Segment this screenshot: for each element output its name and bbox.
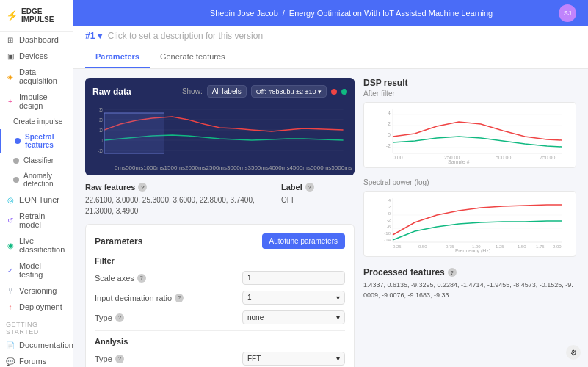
svg-text:-2: -2 bbox=[387, 218, 391, 222]
content-area: Raw data Show: All labels Off: #8b3ubu ±… bbox=[73, 69, 588, 367]
settings-gear-icon[interactable]: ⚙ bbox=[566, 345, 581, 360]
svg-text:0: 0 bbox=[388, 211, 391, 216]
scale-axes-input[interactable] bbox=[242, 271, 345, 285]
sidebar-item-versioning[interactable]: ⑂ Versioning bbox=[0, 283, 73, 299]
after-filter-svg: Value 4 2 0 -2 0.00 250.00 500.00 750.00 bbox=[367, 106, 573, 164]
label-value: OFF bbox=[281, 195, 355, 206]
svg-text:-10: -10 bbox=[384, 231, 391, 236]
sidebar-item-eon-tuner[interactable]: ◎ EON Tuner bbox=[0, 192, 73, 208]
all-labels-select[interactable]: All labels bbox=[207, 85, 247, 98]
x-label-4000ms: 4000ms bbox=[269, 164, 289, 171]
deployment-icon: ↑ bbox=[6, 302, 15, 311]
svg-text:0.50: 0.50 bbox=[418, 244, 427, 249]
version-description[interactable]: Click to set a description for this vers… bbox=[108, 31, 263, 41]
svg-text:10: 10 bbox=[99, 128, 102, 133]
processed-features-title: Processed features ? bbox=[363, 267, 576, 277]
sidebar-item-model-testing[interactable]: ✓ Model testing bbox=[0, 258, 73, 283]
input-decimation-select[interactable]: 1 ▾ bbox=[242, 291, 345, 305]
type-analysis-row: Type ? FFT ▾ bbox=[95, 352, 345, 366]
after-filter-chart: Value 4 2 0 -2 0.00 250.00 500.00 750.00 bbox=[363, 102, 576, 168]
topbar: Shebin Jose Jacob / Energy Optimization … bbox=[73, 0, 588, 26]
sidebar-item-data-acquisition[interactable]: ◈ Data acquisition bbox=[0, 64, 73, 89]
sidebar-item-docs[interactable]: 📄 Documentation bbox=[0, 337, 73, 353]
analysis-section-title: Analysis bbox=[95, 337, 345, 346]
chevron-down-icon-2: ▾ bbox=[336, 313, 340, 321]
raw-features-row: Raw features ? 22.6100, 3.0000, 25.3000,… bbox=[85, 183, 355, 217]
chevron-down-icon: ▾ bbox=[336, 294, 340, 302]
tabs: Parameters Generate features bbox=[73, 46, 588, 69]
docs-icon: 📄 bbox=[6, 341, 15, 349]
svg-text:-14: -14 bbox=[384, 238, 391, 242]
sidebar-item-create-impulse[interactable]: Create impulse bbox=[0, 114, 73, 129]
filter-section-title: Filter bbox=[95, 256, 345, 265]
type-filter-select[interactable]: none ▾ bbox=[242, 310, 345, 324]
processed-features-section: Processed features ? 1.4337, 0.6135, -9.… bbox=[363, 267, 576, 300]
sidebar-item-devices[interactable]: ▣ Devices bbox=[0, 48, 73, 64]
retrain-icon: ↺ bbox=[6, 216, 15, 225]
svg-text:1.75: 1.75 bbox=[536, 244, 545, 249]
filter-select[interactable]: Off: #8b3ubu ±2 ±10 ▾ bbox=[251, 85, 327, 98]
eon-icon: ◎ bbox=[6, 195, 15, 204]
tab-parameters[interactable]: Parameters bbox=[85, 46, 150, 68]
processed-features-value: 1.4337, 0.6135, -9.3295, 0.2284, -1.4714… bbox=[363, 280, 576, 300]
main-content: Shebin Jose Jacob / Energy Optimization … bbox=[73, 0, 588, 367]
spectral-power-section: Spectral power (log) Energy 4 2 0 -2 -6 … bbox=[363, 178, 576, 257]
type-analysis-select[interactable]: FFT ▾ bbox=[242, 352, 345, 366]
raw-features-box: Raw features ? 22.6100, 3.0000, 25.3000,… bbox=[85, 183, 272, 217]
spectral-svg: Energy 4 2 0 -2 -6 -10 -14 0.25 0.50 bbox=[367, 195, 573, 253]
processed-info-icon[interactable]: ? bbox=[448, 268, 457, 277]
x-label-500ms: 500ms bbox=[126, 164, 143, 171]
sidebar-item-live-classification[interactable]: ◉ Live classification bbox=[0, 233, 73, 258]
raw-features-info-icon[interactable]: ? bbox=[138, 183, 147, 192]
version-label[interactable]: #1 ▾ bbox=[85, 31, 102, 41]
dsp-result-title: DSP result bbox=[363, 78, 576, 88]
type-analysis-info-icon[interactable]: ? bbox=[115, 355, 124, 363]
getting-started-label: GETTING STARTED bbox=[0, 315, 73, 337]
type-analysis-label: Type ? bbox=[95, 355, 242, 363]
sidebar-item-forums[interactable]: 💬 Forums bbox=[0, 353, 73, 367]
svg-text:1.50: 1.50 bbox=[518, 244, 526, 249]
sidebar-item-anomaly[interactable]: Anomaly detection bbox=[0, 168, 73, 192]
topbar-user: Shebin Jose Jacob bbox=[210, 9, 278, 18]
left-panel: Raw data Show: All labels Off: #8b3ubu ±… bbox=[85, 78, 355, 358]
label-info-icon[interactable]: ? bbox=[305, 183, 314, 192]
sidebar-item-dashboard[interactable]: ⊞ Dashboard bbox=[0, 32, 73, 48]
x-label-1000ms: 1000ms bbox=[143, 164, 164, 171]
dsp-result-section: DSP result After filter Value 4 2 0 -2 0… bbox=[363, 78, 576, 168]
logo-icon: ⚡ bbox=[6, 10, 18, 21]
scale-axes-info-icon[interactable]: ? bbox=[137, 274, 146, 283]
forums-icon: 💬 bbox=[6, 357, 15, 366]
sidebar-item-deployment[interactable]: ↑ Deployment bbox=[0, 299, 73, 315]
sidebar-item-spectral-features[interactable]: Spectral features bbox=[0, 129, 73, 153]
topbar-right: SJ bbox=[559, 4, 576, 22]
sidebar-item-retrain[interactable]: ↺ Retrain model bbox=[0, 208, 73, 233]
decimation-info-icon[interactable]: ? bbox=[175, 294, 184, 302]
model-icon: ✓ bbox=[6, 266, 15, 275]
green-dot bbox=[341, 89, 347, 95]
svg-text:0.25: 0.25 bbox=[393, 244, 402, 249]
divider-1 bbox=[95, 330, 345, 331]
svg-text:-10: -10 bbox=[98, 148, 102, 153]
input-decimation-label: Input decimation ratio ? bbox=[95, 294, 242, 302]
classifier-dot bbox=[13, 158, 19, 164]
raw-features-label: Raw features ? bbox=[85, 183, 272, 192]
x-label-0ms: 0ms bbox=[115, 164, 126, 171]
x-label-3000ms: 3000ms bbox=[227, 164, 247, 171]
type-filter-row: Type ? none ▾ bbox=[95, 310, 345, 324]
svg-text:-2: -2 bbox=[386, 143, 391, 148]
topbar-separator: / bbox=[283, 9, 285, 18]
scale-axes-label: Scale axes ? bbox=[95, 274, 242, 283]
data-icon: ◈ bbox=[6, 72, 15, 81]
tab-generate-features[interactable]: Generate features bbox=[150, 46, 236, 68]
right-panel: DSP result After filter Value 4 2 0 -2 0… bbox=[363, 78, 576, 358]
type-filter-info-icon[interactable]: ? bbox=[115, 313, 124, 322]
params-title: Parameters bbox=[95, 236, 142, 247]
after-filter-subtitle: After filter bbox=[363, 90, 576, 98]
version-bar: #1 ▾ Click to set a description for this… bbox=[73, 26, 588, 46]
sidebar-item-classifier[interactable]: Classifier bbox=[0, 153, 73, 168]
automate-button[interactable]: Autotune parameters bbox=[262, 233, 345, 249]
sidebar-item-impulse-design[interactable]: + Impulse design bbox=[0, 89, 73, 114]
type-filter-label: Type ? bbox=[95, 313, 242, 322]
topbar-center: Shebin Jose Jacob / Energy Optimization … bbox=[210, 9, 493, 18]
spectral-power-title: Spectral power (log) bbox=[363, 178, 576, 186]
